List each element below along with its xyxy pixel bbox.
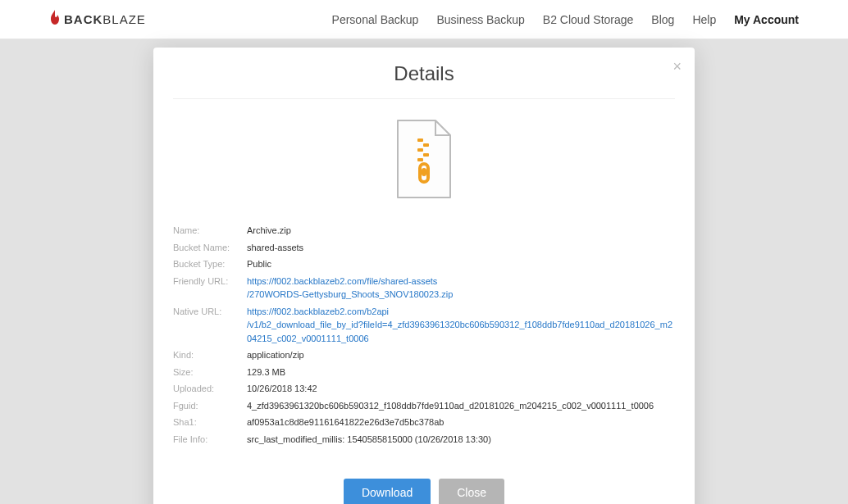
row-size: Size: 129.3 MB bbox=[173, 366, 675, 379]
close-icon[interactable]: × bbox=[672, 59, 682, 74]
row-sha1: Sha1: af0953a1c8d8e91161641822e26d3e7d5b… bbox=[173, 415, 675, 429]
label-uploaded: Uploaded: bbox=[173, 382, 247, 396]
zip-file-icon bbox=[394, 119, 454, 204]
row-bucket-type: Bucket Type: Public bbox=[173, 257, 675, 271]
label-kind: Kind: bbox=[173, 348, 247, 362]
value-fguid: 4_zfd3963961320bc606b590312_f108ddb7fde9… bbox=[247, 399, 675, 413]
label-size: Size: bbox=[173, 366, 247, 379]
value-file-info: src_last_modified_millis: 1540585815000 … bbox=[247, 433, 675, 447]
modal-title: Details bbox=[173, 62, 675, 85]
row-file-info: File Info: src_last_modified_millis: 154… bbox=[173, 433, 675, 447]
row-kind: Kind: application/zip bbox=[173, 348, 675, 362]
row-friendly-url: Friendly URL: https://f002.backblazeb2.c… bbox=[173, 275, 675, 302]
nav-help[interactable]: Help bbox=[692, 13, 716, 26]
nav-personal-backup[interactable]: Personal Backup bbox=[332, 13, 419, 26]
label-fguid: Fguid: bbox=[173, 399, 247, 413]
svg-rect-4 bbox=[417, 158, 423, 161]
divider bbox=[173, 98, 675, 99]
logo-text: BACKBLAZE bbox=[64, 12, 146, 26]
label-native-url: Native URL: bbox=[173, 305, 247, 346]
value-sha1: af0953a1c8d8e91161641822e26d3e7d5bc378ab bbox=[247, 415, 675, 429]
svg-rect-0 bbox=[417, 138, 423, 142]
flame-icon bbox=[49, 10, 61, 30]
value-native-url[interactable]: https://f002.backblazeb2.com/b2api /v1/b… bbox=[247, 305, 675, 346]
svg-rect-3 bbox=[423, 153, 429, 157]
logo[interactable]: BACKBLAZE bbox=[49, 10, 146, 30]
nav-business-backup[interactable]: Business Backup bbox=[436, 13, 524, 26]
details-table: Name: Archive.zip Bucket Name: shared-as… bbox=[173, 224, 675, 446]
row-fguid: Fguid: 4_zfd3963961320bc606b590312_f108d… bbox=[173, 399, 675, 413]
value-kind: application/zip bbox=[247, 348, 675, 362]
nav-b2-cloud-storage[interactable]: B2 Cloud Storage bbox=[543, 13, 634, 26]
top-header: BACKBLAZE Personal Backup Business Backu… bbox=[0, 0, 848, 39]
value-name: Archive.zip bbox=[247, 224, 675, 238]
details-modal: × Details Name: Archive.zip bbox=[153, 48, 695, 504]
svg-rect-2 bbox=[417, 148, 423, 152]
label-name: Name: bbox=[173, 224, 247, 238]
label-friendly-url: Friendly URL: bbox=[173, 275, 247, 302]
value-size: 129.3 MB bbox=[247, 366, 675, 379]
row-name: Name: Archive.zip bbox=[173, 224, 675, 238]
row-native-url: Native URL: https://f002.backblazeb2.com… bbox=[173, 305, 675, 346]
value-bucket-name: shared-assets bbox=[247, 241, 675, 255]
svg-rect-6 bbox=[422, 168, 426, 176]
nav-blog[interactable]: Blog bbox=[651, 13, 674, 26]
label-file-info: File Info: bbox=[173, 433, 247, 447]
download-button[interactable]: Download bbox=[344, 479, 431, 504]
row-uploaded: Uploaded: 10/26/2018 13:42 bbox=[173, 382, 675, 396]
label-bucket-type: Bucket Type: bbox=[173, 257, 247, 271]
nav-my-account[interactable]: My Account bbox=[734, 13, 799, 26]
value-bucket-type: Public bbox=[247, 257, 675, 271]
value-uploaded: 10/26/2018 13:42 bbox=[247, 382, 675, 396]
label-bucket-name: Bucket Name: bbox=[173, 241, 247, 255]
modal-buttons: Download Close bbox=[173, 479, 675, 504]
row-bucket-name: Bucket Name: shared-assets bbox=[173, 241, 675, 255]
label-sha1: Sha1: bbox=[173, 415, 247, 429]
close-button[interactable]: Close bbox=[439, 479, 504, 504]
main-nav: Personal Backup Business Backup B2 Cloud… bbox=[332, 13, 799, 26]
value-friendly-url[interactable]: https://f002.backblazeb2.com/file/shared… bbox=[247, 275, 675, 302]
svg-rect-1 bbox=[423, 143, 429, 147]
file-preview bbox=[173, 119, 675, 204]
